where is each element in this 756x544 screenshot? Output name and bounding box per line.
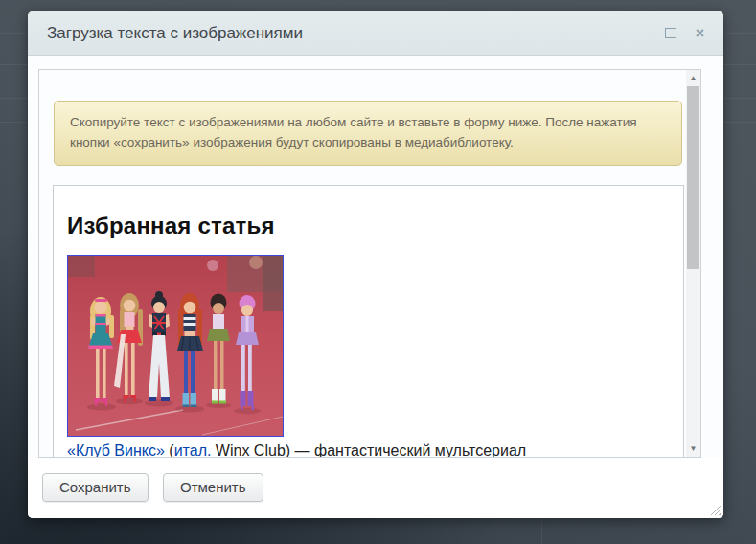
article-heading: Избранная статья — [67, 214, 666, 238]
scrollbar[interactable]: ▲ ▼ — [686, 70, 700, 457]
upload-text-dialog: Загрузка текста с изображениями × Скопир… — [28, 11, 723, 518]
scrollbar-thumb[interactable] — [687, 86, 699, 269]
save-button[interactable]: Сохранить — [42, 473, 149, 502]
link-italian-lang[interactable]: итал. — [174, 442, 212, 458]
dialog-title: Загрузка текста с изображениями — [47, 24, 665, 43]
dialog-titlebar[interactable]: Загрузка текста с изображениями × — [28, 11, 723, 56]
close-icon[interactable]: × — [696, 26, 704, 41]
dialog-body: Скопируйте текст с изображениями на любо… — [28, 56, 723, 458]
background-column-divider — [541, 515, 542, 544]
pasted-content: Скопируйте текст с изображениями на любо… — [39, 70, 686, 458]
scroll-up-icon[interactable]: ▲ — [686, 70, 700, 85]
maximize-icon[interactable] — [665, 28, 676, 38]
scroll-down-icon[interactable]: ▼ — [686, 441, 700, 456]
paste-form-area[interactable]: Скопируйте текст с изображениями на любо… — [38, 69, 701, 458]
pasted-article[interactable]: Избранная статья — [53, 185, 684, 458]
article-photo[interactable] — [67, 255, 284, 437]
resize-handle-icon[interactable] — [710, 505, 721, 515]
dialog-footer: Сохранить Отменить — [28, 458, 723, 518]
cancel-button[interactable]: Отменить — [163, 473, 263, 502]
article-paragraph: «Клуб Винкс» (итал. Winx Club) — фантаст… — [67, 441, 666, 458]
instruction-notice: Скопируйте текст с изображениями на любо… — [54, 101, 682, 166]
link-winx-club[interactable]: «Клуб Винкс» — [67, 442, 165, 458]
